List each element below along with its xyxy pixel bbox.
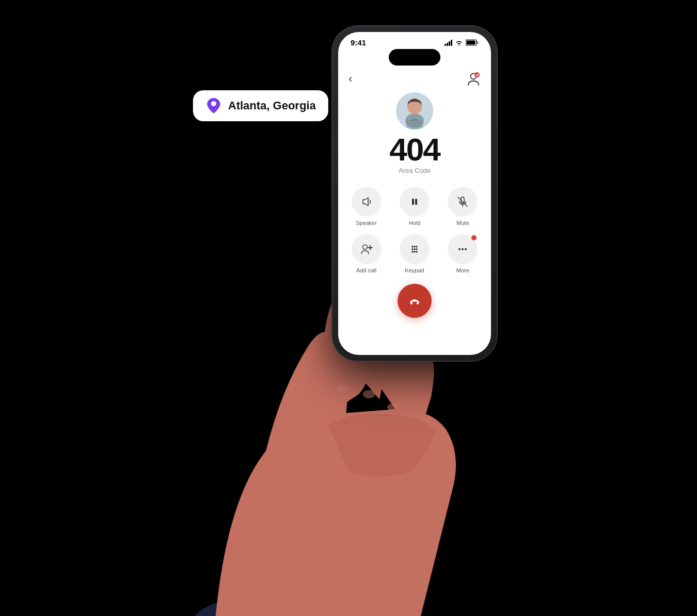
- add-call-circle: [352, 234, 382, 264]
- svg-point-29: [458, 248, 461, 250]
- area-code-label: Area Code: [399, 167, 431, 174]
- keypad-button[interactable]: Keypad: [394, 234, 434, 273]
- svg-point-21: [414, 246, 416, 248]
- dynamic-island: [389, 49, 440, 66]
- mute-icon: [456, 195, 469, 208]
- location-text: Atlanta, Georgia: [228, 99, 316, 112]
- location-badge: Atlanta, Georgia: [193, 90, 328, 121]
- svg-point-26: [411, 251, 414, 253]
- svg-point-1: [337, 385, 350, 393]
- speaker-label: Speaker: [356, 220, 377, 226]
- svg-rect-13: [415, 199, 417, 205]
- svg-point-7: [474, 72, 480, 77]
- more-icon: [456, 242, 469, 256]
- notification-dot: [471, 235, 477, 240]
- add-call-button[interactable]: Add call: [346, 234, 386, 273]
- svg-point-20: [411, 246, 414, 248]
- svg-point-28: [416, 251, 418, 253]
- avatar-image: [396, 92, 433, 129]
- svg-point-24: [414, 248, 416, 250]
- nav-bar: ‹: [338, 70, 491, 90]
- svg-rect-5: [467, 41, 476, 45]
- signal-icon: [445, 40, 452, 46]
- speaker-icon: [360, 195, 373, 208]
- hold-button[interactable]: Hold: [394, 187, 434, 226]
- svg-point-31: [465, 248, 467, 250]
- hold-circle: [400, 187, 430, 217]
- status-time: 9:41: [351, 38, 366, 47]
- phone-frame: 9:41: [332, 26, 497, 361]
- person-icon[interactable]: [466, 72, 481, 86]
- svg-point-3: [387, 403, 398, 411]
- speaker-circle: [352, 187, 382, 217]
- hold-label: Hold: [409, 220, 421, 226]
- status-bar: 9:41: [338, 32, 491, 49]
- svg-point-23: [411, 248, 414, 250]
- add-call-label: Add call: [356, 267, 376, 273]
- svg-point-27: [414, 251, 416, 253]
- location-pin-icon: [207, 97, 221, 115]
- scene: 9:41: [0, 0, 697, 616]
- mute-label: Mute: [456, 220, 469, 226]
- contact-avatar: [396, 92, 433, 129]
- more-circle: [448, 234, 478, 264]
- back-button[interactable]: ‹: [348, 72, 352, 86]
- contact-section: 404 Area Code: [338, 90, 491, 181]
- add-call-icon: [360, 242, 373, 256]
- keypad-icon: [408, 242, 421, 256]
- more-label: More: [456, 267, 469, 273]
- end-call-section: [338, 280, 491, 326]
- keypad-circle: [400, 234, 430, 264]
- wifi-icon: [455, 40, 463, 46]
- svg-rect-11: [406, 120, 423, 129]
- svg-point-22: [416, 246, 418, 248]
- svg-point-25: [416, 248, 418, 250]
- mute-button[interactable]: Mute: [443, 187, 483, 226]
- svg-point-2: [363, 390, 375, 398]
- hold-icon: [408, 195, 421, 208]
- svg-rect-12: [412, 199, 414, 205]
- area-code-number: 404: [389, 134, 439, 166]
- keypad-label: Keypad: [405, 267, 424, 273]
- end-call-icon: [407, 293, 422, 309]
- controls-grid: Speaker Hold: [338, 181, 491, 280]
- svg-point-32: [211, 101, 216, 106]
- more-button[interactable]: More: [443, 234, 483, 273]
- svg-point-30: [462, 248, 464, 250]
- svg-point-17: [362, 245, 367, 250]
- mute-circle: [448, 187, 478, 217]
- end-call-button[interactable]: [398, 284, 432, 318]
- status-icons: [445, 39, 479, 46]
- speaker-button[interactable]: Speaker: [346, 187, 386, 226]
- phone-screen: 9:41: [338, 32, 491, 355]
- battery-icon: [466, 39, 479, 46]
- location-icon-container: [205, 98, 222, 114]
